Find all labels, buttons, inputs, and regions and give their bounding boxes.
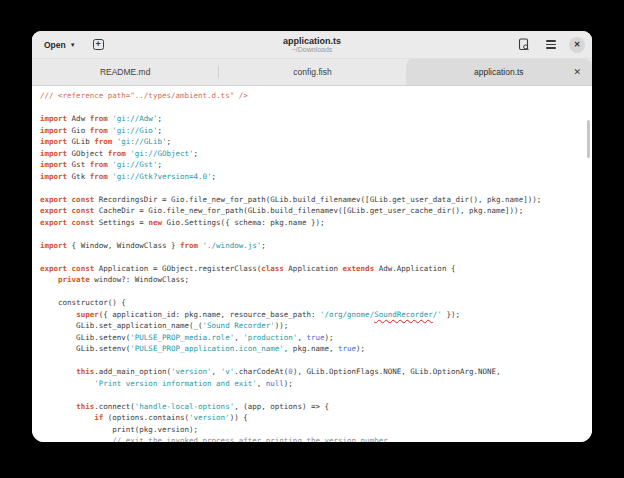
- code-line: import Gst from 'gi://Gst';: [40, 159, 584, 171]
- code-line: export const CacheDir = Gio.file_new_for…: [40, 205, 584, 217]
- chevron-down-icon: ▼: [70, 42, 76, 48]
- tab-config-fish[interactable]: config.fish: [219, 59, 405, 85]
- window-subtitle: ~/Downloads: [292, 46, 333, 54]
- code-line: [40, 286, 584, 298]
- code-line: if (options.contains('version')) {: [40, 412, 584, 424]
- window-title-block: application.ts ~/Downloads: [209, 36, 415, 54]
- open-button[interactable]: Open ▼: [39, 36, 81, 54]
- main-menu-button[interactable]: [542, 36, 560, 54]
- code-line: [40, 355, 584, 367]
- code-line: GLib.setenv('PULSE_PROP_media.role', 'pr…: [40, 332, 584, 344]
- close-tab-icon: ✕: [573, 67, 581, 77]
- tab-label: README.md: [100, 67, 151, 77]
- close-tab-button[interactable]: ✕: [571, 66, 583, 79]
- window-close-button[interactable]: ✕: [569, 37, 585, 53]
- code-line: this.connect('handle-local-options', (ap…: [40, 401, 584, 413]
- code-line: import GLib from 'gi://GLib';: [40, 136, 584, 148]
- code-line: [40, 251, 584, 263]
- code-line: export const Settings = new Gio.Settings…: [40, 217, 584, 229]
- tab-application-ts[interactable]: application.ts ✕: [406, 59, 592, 85]
- code-line: GLib.set_application_name(_('Sound Recor…: [40, 320, 584, 332]
- code-line: import Adw from 'gi://Adw';: [40, 113, 584, 125]
- code-line: // exit the invoked process after printi…: [40, 435, 584, 442]
- headerbar-left: Open ▼ +: [39, 36, 209, 54]
- hamburger-menu-icon: [546, 40, 556, 48]
- code-line: /// <reference path="../types/ambient.d.…: [40, 90, 584, 102]
- headerbar-right: ✕: [415, 36, 585, 54]
- document-search-button[interactable]: [515, 36, 533, 54]
- vertical-scrollbar[interactable]: [587, 120, 590, 158]
- document-search-icon: [518, 38, 530, 51]
- tab-readme[interactable]: README.md: [32, 59, 218, 85]
- window-title: application.ts: [283, 36, 341, 46]
- code-line: [40, 228, 584, 240]
- code-line: import { Window, WindowClass } from './w…: [40, 240, 584, 252]
- code-line: import Gtk from 'gi://Gtk?version=4.0';: [40, 171, 584, 183]
- text-editor-window: Open ▼ + application.ts ~/Downloads: [32, 31, 592, 442]
- desktop-background: Open ▼ + application.ts ~/Downloads: [0, 0, 624, 478]
- open-button-label: Open: [44, 40, 66, 50]
- code-line: print(pkg.version);: [40, 424, 584, 436]
- tab-label: application.ts: [474, 67, 524, 77]
- code-line: export const Application = GObject.regis…: [40, 263, 584, 275]
- code-line: [40, 182, 584, 194]
- close-icon: ✕: [574, 41, 581, 49]
- code-area[interactable]: /// <reference path="../types/ambient.d.…: [32, 86, 592, 442]
- editor-content: /// <reference path="../types/ambient.d.…: [32, 86, 592, 442]
- code-line: 'Print version information and exit', nu…: [40, 378, 584, 390]
- code-line: [40, 102, 584, 114]
- headerbar: Open ▼ + application.ts ~/Downloads: [32, 31, 592, 59]
- code-line: export const RecordingsDir = Gio.file_ne…: [40, 194, 584, 206]
- new-tab-button[interactable]: +: [91, 37, 106, 52]
- plus-icon: +: [93, 39, 104, 50]
- code-line: private window?: WindowClass;: [40, 274, 584, 286]
- code-line: this.add_main_option('version', 'v'.char…: [40, 366, 584, 378]
- tab-bar: README.md config.fish application.ts ✕: [32, 59, 592, 86]
- code-line: [40, 389, 584, 401]
- tab-label: config.fish: [293, 67, 331, 77]
- code-line: GLib.setenv('PULSE_PROP_application.icon…: [40, 343, 584, 355]
- code-line: constructor() {: [40, 297, 584, 309]
- code-line: import Gio from 'gi://Gio';: [40, 125, 584, 137]
- code-line: super({ application_id: pkg.name, resour…: [40, 309, 584, 321]
- code-line: import GObject from 'gi://GObject';: [40, 148, 584, 160]
